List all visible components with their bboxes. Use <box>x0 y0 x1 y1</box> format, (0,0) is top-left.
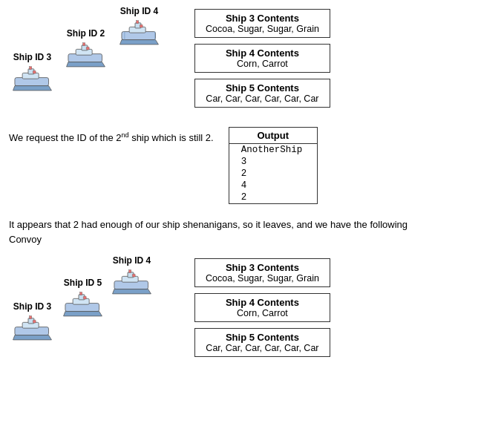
ship-icon-4-top <box>119 18 160 46</box>
bottom-text-line1: It appears that 2 had enough of our ship… <box>9 219 408 230</box>
ship-icon-4-bot <box>111 267 152 295</box>
svg-rect-4 <box>137 21 139 24</box>
bottom-content-items-0: Cocoa, Sugar, Sugar, Grain <box>206 273 319 284</box>
output-header: Output <box>229 128 317 144</box>
bottom-content-box-2: Ship 5 Contents Car, Car, Car, Car, Car,… <box>194 328 330 357</box>
svg-rect-30 <box>80 292 82 295</box>
top-content-title-1: Ship 4 Contents <box>206 47 319 59</box>
ship-id-4-top: Ship ID 4 <box>119 6 160 46</box>
svg-rect-31 <box>83 296 86 299</box>
middle-text-after: ship which is still 2. <box>129 132 214 143</box>
output-row-2: 2 <box>229 168 317 180</box>
bottom-contents-area: Ship 3 Contents Cocoa, Sugar, Sugar, Gra… <box>194 258 330 357</box>
ship-icon-3-top <box>12 64 53 92</box>
ship-id-4-top-label: Ship ID 4 <box>120 6 158 16</box>
svg-marker-1 <box>120 40 159 45</box>
bottom-content-box-1: Ship 4 Contents Corn, Carrot <box>194 293 330 322</box>
top-content-title-0: Ship 3 Contents <box>206 13 319 24</box>
ship-id-3-bot: Ship ID 3 <box>12 301 53 341</box>
middle-section: We request the ID of the 2nd ship which … <box>9 127 495 204</box>
svg-rect-12 <box>83 43 85 46</box>
middle-text-before: We request the ID of the 2 <box>9 132 122 143</box>
ship-id-5-bot: Ship ID 5 <box>62 278 103 318</box>
top-content-box-1: Ship 4 Contents Corn, Carrot <box>194 44 330 73</box>
top-content-items-1: Corn, Carrot <box>206 59 319 69</box>
ship-id-4-bot: Ship ID 4 <box>111 255 152 295</box>
ship-icon-3-bot <box>12 313 53 341</box>
ship-id-5-bot-label: Ship ID 5 <box>64 278 102 288</box>
output-table: Output AnotherShip3242 <box>229 127 318 204</box>
ship-id-3-bot-label: Ship ID 3 <box>13 301 51 312</box>
ship-icon-5-bot <box>62 289 103 318</box>
ship-icon-2-top <box>65 40 106 68</box>
bottom-text: It appears that 2 had enough of our ship… <box>9 217 495 246</box>
bottom-content-title-0: Ship 3 Contents <box>206 262 319 273</box>
bottom-content-items-1: Corn, Carrot <box>206 308 319 318</box>
top-content-title-2: Ship 5 Contents <box>206 82 319 94</box>
bottom-content-title-1: Ship 4 Contents <box>206 297 319 308</box>
ship-id-2-top: Ship ID 2 <box>65 28 106 68</box>
top-contents-area: Ship 3 Contents Cocoa, Sugar, Sugar, Gra… <box>194 9 330 108</box>
top-section: Ship ID 4 Ship ID 2 <box>9 6 495 114</box>
ship-id-3-top-label: Ship ID 3 <box>13 52 51 62</box>
bottom-content-title-2: Ship 5 Contents <box>206 332 319 343</box>
svg-rect-25 <box>132 274 135 277</box>
svg-marker-9 <box>67 62 105 67</box>
top-content-box-2: Ship 5 Contents Car, Car, Car, Car, Car,… <box>194 79 330 108</box>
bottom-ships-area: Ship ID 4 Ship ID 5 Sh <box>9 255 180 363</box>
ship-id-4-bot-label: Ship ID 4 <box>113 255 151 266</box>
ship-id-2-top-label: Ship ID 2 <box>67 28 105 39</box>
top-content-items-2: Car, Car, Car, Car, Car, Car <box>206 94 319 104</box>
svg-rect-5 <box>140 24 143 27</box>
svg-rect-13 <box>86 47 89 50</box>
bottom-text-line2: Convoy <box>9 234 42 245</box>
svg-marker-15 <box>13 86 52 91</box>
svg-marker-33 <box>13 335 52 340</box>
ship-id-3-top: Ship ID 3 <box>12 52 53 92</box>
output-row-4: 2 <box>229 191 317 204</box>
bottom-content-items-2: Car, Car, Car, Car, Car, Car <box>206 343 319 353</box>
svg-rect-24 <box>129 270 131 273</box>
output-row-0: AnotherShip <box>229 144 317 157</box>
svg-rect-36 <box>30 316 32 319</box>
svg-marker-21 <box>113 289 151 294</box>
top-content-items-0: Cocoa, Sugar, Sugar, Grain <box>206 24 319 34</box>
top-ships-area: Ship ID 4 Ship ID 2 <box>9 6 180 114</box>
middle-text: We request the ID of the 2nd ship which … <box>9 127 214 146</box>
output-row-1: 3 <box>229 156 317 168</box>
bottom-content-box-0: Ship 3 Contents Cocoa, Sugar, Sugar, Gra… <box>194 258 330 287</box>
top-content-box-0: Ship 3 Contents Cocoa, Sugar, Sugar, Gra… <box>194 9 330 38</box>
svg-marker-27 <box>64 312 102 316</box>
svg-rect-37 <box>33 320 36 323</box>
output-row-3: 4 <box>229 180 317 191</box>
bottom-section: Ship ID 4 Ship ID 5 Sh <box>9 255 495 363</box>
svg-rect-19 <box>33 71 36 73</box>
middle-superscript: nd <box>122 131 129 139</box>
svg-rect-18 <box>30 67 32 70</box>
